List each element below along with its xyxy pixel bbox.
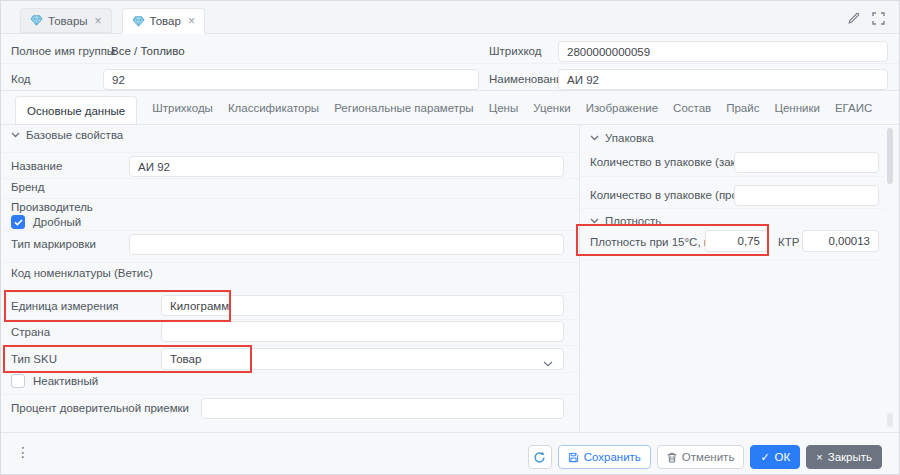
more-options-kebab-icon[interactable]: ⋮ <box>16 444 30 460</box>
edit-pencil-icon[interactable] <box>847 11 861 25</box>
tab-regional-params[interactable]: Региональные параметры <box>334 102 474 114</box>
sku-type-value: Товар <box>170 353 201 365</box>
save-icon <box>568 452 579 463</box>
tab-main-data[interactable]: Основные данные <box>15 96 137 125</box>
unit-input[interactable] <box>161 295 564 316</box>
save-button[interactable]: Сохранить <box>558 445 651 469</box>
section-label: Плотность <box>605 215 661 227</box>
window-tab-bar: Товары × Товар × <box>1 1 899 34</box>
inactive-label: Неактивный <box>33 375 98 387</box>
section-label: Упаковка <box>605 132 654 144</box>
tab-label: Товары <box>48 15 88 27</box>
barcode-input[interactable] <box>558 41 888 62</box>
row-separator <box>1 230 579 231</box>
row-separator <box>580 208 885 209</box>
tab-markdowns[interactable]: Уценки <box>533 102 570 114</box>
chevron-down-icon <box>543 357 553 369</box>
close-tab-icon[interactable]: × <box>95 15 102 27</box>
ktr-input[interactable] <box>802 230 879 252</box>
header-fields: Полное имя группы Все / Топливо Штрихкод… <box>1 34 899 91</box>
row-separator <box>580 259 885 260</box>
country-input[interactable] <box>161 321 564 342</box>
check-icon <box>14 219 23 226</box>
tab-barcodes[interactable]: Штрихкоды <box>152 102 213 114</box>
section-packaging[interactable]: Упаковка <box>590 132 654 144</box>
row-separator <box>1 178 579 179</box>
row-separator <box>1 198 579 199</box>
density-input[interactable] <box>705 230 769 252</box>
marking-type-input[interactable] <box>129 234 564 255</box>
product-name-input[interactable] <box>129 156 564 177</box>
sku-type-select[interactable]: Товар <box>161 348 564 370</box>
name-input[interactable] <box>558 69 888 90</box>
row-separator <box>1 292 579 293</box>
trash-icon <box>667 452 677 463</box>
row-separator <box>1 372 579 373</box>
section-density[interactable]: Плотность <box>590 215 661 227</box>
refresh-icon <box>533 451 546 464</box>
tab-products-list[interactable]: Товары × <box>20 8 112 33</box>
chevron-down-icon <box>590 135 599 141</box>
close-button[interactable]: × Закрыть <box>806 445 882 469</box>
footer-toolbar: ⋮ Сохранить Отменить ✓ ОК × Закрыть <box>1 432 899 474</box>
tab-pricetags[interactable]: Ценники <box>774 102 819 114</box>
code-input[interactable] <box>103 69 479 90</box>
barcode-label: Штрихкод <box>489 45 541 57</box>
fractional-label: Дробный <box>33 216 81 228</box>
group-name-value: Все / Топливо <box>111 45 185 57</box>
country-label: Страна <box>11 326 50 338</box>
density-label: Плотность при 15°C, кг/л <box>590 236 723 248</box>
cancel-button[interactable]: Отменить <box>657 445 745 469</box>
product-editor-window: Товары × Товар × Полное имя группы Все /… <box>0 0 900 475</box>
tab-pricelist[interactable]: Прайс <box>726 102 759 114</box>
row-separator <box>1 394 579 395</box>
refresh-button[interactable] <box>528 445 552 469</box>
row-separator <box>1 152 579 153</box>
packaging-density-panel: Упаковка Количество в упаковке (закупка)… <box>579 125 900 432</box>
save-label: Сохранить <box>584 451 641 463</box>
row-separator <box>1 63 899 64</box>
manufacturer-label: Производитель <box>11 201 93 213</box>
window-actions <box>847 11 885 25</box>
row-separator <box>580 176 885 177</box>
fractional-checkbox[interactable] <box>11 215 25 229</box>
chevron-down-icon <box>11 132 20 138</box>
ok-label: ОК <box>775 451 791 463</box>
close-tab-icon[interactable]: × <box>188 15 195 27</box>
trust-percent-label: Процент доверительной приемки <box>11 402 189 414</box>
marking-type-label: Тип маркировки <box>11 238 96 250</box>
unit-label: Единица измерения <box>11 300 119 312</box>
section-label: Базовые свойства <box>26 129 123 141</box>
fullscreen-expand-icon[interactable] <box>872 12 885 25</box>
ktr-label: КТР <box>778 236 799 248</box>
form-tab-bar: Основные данные Штрихкоды Классификаторы… <box>1 91 899 125</box>
qty-sale-input[interactable] <box>734 185 879 206</box>
tab-egais[interactable]: ЕГАИС <box>835 102 872 114</box>
group-name-label: Полное имя группы <box>11 45 115 57</box>
product-name-label: Название <box>11 160 62 172</box>
check-icon: ✓ <box>760 452 769 463</box>
tab-classifiers[interactable]: Классификаторы <box>228 102 319 114</box>
tab-composition[interactable]: Состав <box>673 102 711 114</box>
tab-label: Товар <box>150 15 181 27</box>
chevron-down-icon <box>590 218 599 224</box>
scrollbar-thumb[interactable] <box>887 128 893 184</box>
trust-percent-input[interactable] <box>201 398 564 419</box>
nomenclature-code-label: Код номенклатуры (Ветис) <box>11 267 153 279</box>
brand-label: Бренд <box>11 181 44 193</box>
footer-buttons: Сохранить Отменить ✓ ОК × Закрыть <box>528 445 882 469</box>
inactive-checkbox[interactable] <box>11 374 25 388</box>
tab-product[interactable]: Товар × <box>122 8 205 34</box>
main-data-panel: Базовые свойства Название Бренд Производ… <box>1 125 579 432</box>
row-separator <box>1 345 579 346</box>
tab-prices[interactable]: Цены <box>489 102 519 114</box>
tab-label: Основные данные <box>27 105 125 117</box>
scrollbar-end[interactable] <box>887 413 893 427</box>
close-icon: × <box>816 452 822 463</box>
qty-purchase-input[interactable] <box>734 152 879 173</box>
tab-image[interactable]: Изображение <box>586 102 658 114</box>
section-basic-properties[interactable]: Базовые свойства <box>11 129 123 141</box>
ok-button[interactable]: ✓ ОК <box>750 445 800 469</box>
cancel-label: Отменить <box>682 451 735 463</box>
code-label: Код <box>11 73 31 85</box>
